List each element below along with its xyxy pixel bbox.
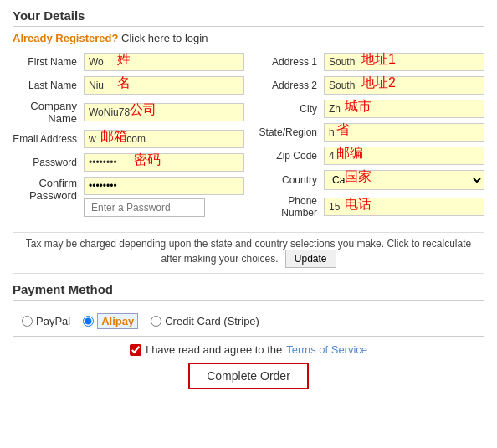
- address1-input[interactable]: [324, 53, 484, 71]
- phone-row: Phone Number 电话: [253, 195, 484, 219]
- state-input[interactable]: [324, 123, 484, 142]
- tax-notice: Tax may be charged depending upon the st…: [13, 232, 484, 274]
- terms-row: I have read and agree to the Terms of Se…: [13, 343, 484, 356]
- payment-option-alipay: Alipay: [83, 313, 138, 329]
- already-registered-row: Already Registered? Click here to login: [13, 32, 484, 44]
- address2-label: Address 2: [253, 80, 324, 91]
- country-select[interactable]: Ca China United States: [324, 170, 484, 190]
- address1-label: Address 1: [253, 56, 324, 68]
- complete-order-wrapper: Complete Order: [13, 363, 484, 389]
- payment-option-creditcard: Credit Card (Stripe): [151, 315, 259, 327]
- phone-wrapper: 电话: [324, 198, 484, 216]
- last-name-label: Last Name: [13, 80, 84, 91]
- zip-wrapper: 邮编: [324, 147, 484, 165]
- company-name-input[interactable]: [84, 103, 244, 121]
- section-title: Your Details: [13, 8, 484, 27]
- password-label: Password: [13, 157, 84, 168]
- paypal-label: PayPal: [36, 315, 70, 327]
- city-input[interactable]: [324, 100, 484, 118]
- already-registered-link[interactable]: Already Registered?: [13, 32, 118, 44]
- payment-options-row: PayPal Alipay Credit Card (Stripe): [13, 306, 484, 337]
- zip-row: Zip Code 邮编: [253, 147, 484, 165]
- confirm-password-label: Confirm Password: [13, 177, 84, 202]
- last-name-row: Last Name 名: [13, 76, 244, 95]
- city-row: City 城市: [253, 100, 484, 118]
- city-label: City: [253, 103, 324, 115]
- update-button[interactable]: Update: [285, 250, 336, 268]
- address2-row: Address 2 地址2: [253, 76, 484, 95]
- company-name-wrapper: 公司: [84, 103, 244, 121]
- company-name-label: Company Name: [13, 100, 84, 125]
- alipay-label: Alipay: [97, 313, 138, 329]
- password-row: Password 密码: [13, 153, 244, 172]
- enter-password-hint[interactable]: [84, 198, 205, 217]
- click-login-text[interactable]: Click here to login: [121, 32, 208, 44]
- terms-checkbox[interactable]: [130, 344, 141, 356]
- country-label: Country: [253, 174, 324, 186]
- state-label: State/Region: [253, 126, 324, 138]
- paypal-radio[interactable]: [22, 316, 33, 327]
- confirm-password-row: Confirm Password: [13, 177, 244, 217]
- form-layout: First Name 姓 Last Name 名 Company Name 公司: [13, 53, 484, 224]
- email-label: Email Address: [13, 133, 84, 145]
- country-row: Country Ca China United States 国家: [253, 170, 484, 190]
- terms-text: I have read and agree to the: [146, 343, 282, 356]
- payment-section: Payment Method PayPal Alipay Credit Card…: [13, 282, 484, 389]
- last-name-wrapper: 名: [84, 76, 244, 95]
- address2-input[interactable]: [324, 76, 484, 95]
- alipay-radio[interactable]: [83, 316, 94, 327]
- email-input[interactable]: [84, 130, 244, 148]
- address2-wrapper: 地址2: [324, 76, 484, 95]
- first-name-label: First Name: [13, 56, 84, 68]
- zip-label: Zip Code: [253, 150, 324, 162]
- first-name-input[interactable]: [84, 53, 244, 71]
- state-row: State/Region 省: [253, 123, 484, 142]
- form-left: First Name 姓 Last Name 名 Company Name 公司: [13, 53, 244, 224]
- company-name-row: Company Name 公司: [13, 100, 244, 125]
- form-right: Address 1 地址1 Address 2 地址2 City 城市 Stat…: [253, 53, 484, 224]
- state-wrapper: 省: [324, 123, 484, 142]
- first-name-wrapper: 姓: [84, 53, 244, 71]
- email-row: Email Address 邮箱: [13, 130, 244, 148]
- phone-label: Phone Number: [253, 195, 324, 219]
- city-wrapper: 城市: [324, 100, 484, 118]
- password-input[interactable]: [84, 153, 244, 172]
- payment-section-title: Payment Method: [13, 282, 484, 301]
- address1-wrapper: 地址1: [324, 53, 484, 71]
- email-wrapper: 邮箱: [84, 130, 244, 148]
- complete-order-button[interactable]: Complete Order: [188, 363, 309, 389]
- zip-input[interactable]: [324, 147, 484, 165]
- first-name-row: First Name 姓: [13, 53, 244, 71]
- phone-input[interactable]: [324, 198, 484, 216]
- creditcard-radio[interactable]: [151, 316, 161, 327]
- payment-option-paypal: PayPal: [22, 315, 70, 327]
- confirm-password-inputs: [84, 177, 244, 217]
- terms-link[interactable]: Terms of Service: [286, 343, 367, 356]
- confirm-password-input[interactable]: [84, 177, 244, 195]
- last-name-input[interactable]: [84, 76, 244, 95]
- creditcard-label: Credit Card (Stripe): [165, 315, 259, 327]
- address1-row: Address 1 地址1: [253, 53, 484, 71]
- password-wrapper: 密码: [84, 153, 244, 172]
- country-wrapper: Ca China United States 国家: [324, 170, 484, 190]
